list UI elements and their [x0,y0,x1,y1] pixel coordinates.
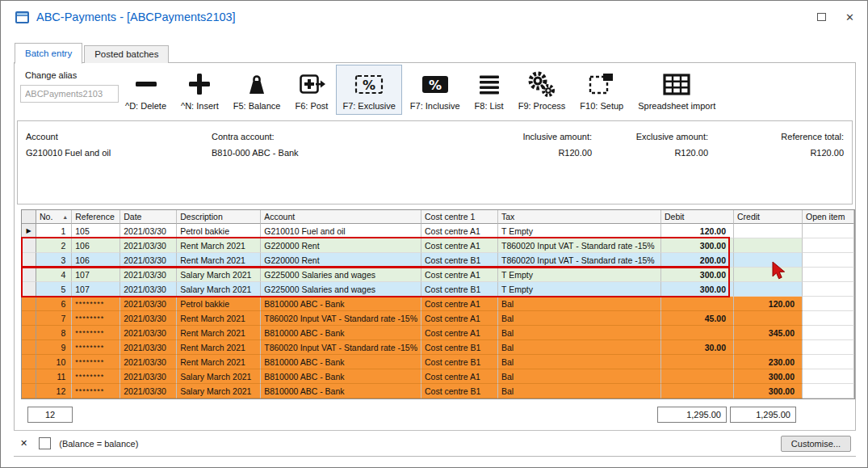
cell-date[interactable]: 2021/03/30 [120,268,177,282]
cell-credit[interactable]: 345.00 [734,326,803,340]
cell-reference[interactable]: ******** [72,355,120,369]
cell-open-item[interactable] [803,268,854,282]
cell-credit[interactable] [734,224,803,238]
cell-reference[interactable]: 106 [72,253,120,268]
cell-open-item[interactable] [803,340,854,355]
cell-debit[interactable] [661,297,734,311]
cell-debit[interactable]: 300.00 [661,268,734,282]
cell-account[interactable]: G220000 Rent [261,253,421,268]
cell-open-item[interactable] [803,297,854,311]
cell-description[interactable]: Rent March 2021 [177,311,261,326]
process-button[interactable]: F9: Process [512,65,572,115]
cell-date[interactable]: 2021/03/30 [120,224,177,238]
cell-credit[interactable]: 230.00 [734,355,803,369]
cell-open-item[interactable] [803,326,854,340]
cell-tax[interactable]: Bal [498,355,661,369]
cell-debit[interactable]: 120.00 [661,224,734,238]
cell-account[interactable]: G210010 Fuel and oil [261,224,421,238]
row-marker-cell[interactable] [22,326,36,340]
current-row-marker[interactable]: ▶ [22,224,36,238]
col-header-reference[interactable]: Reference [72,210,120,224]
cell-account[interactable]: T860020 Input VAT - Standard rate -15% [261,340,421,355]
col-header-no[interactable]: No.▲ [36,210,72,224]
row-marker-cell[interactable] [22,297,36,311]
cell-date[interactable]: 2021/03/30 [120,355,177,369]
cell-reference[interactable]: ******** [72,311,120,326]
cell-debit[interactable] [661,384,734,398]
cell-description[interactable]: Salary March 2021 [177,268,261,282]
cell-date[interactable]: 2021/03/30 [120,340,177,355]
cell-debit[interactable]: 30.00 [661,340,734,355]
cell-no[interactable]: 6 [36,297,72,311]
cell-debit[interactable]: 200.00 [661,253,734,268]
cell-account[interactable]: B810000 ABC - Bank [261,297,421,311]
row-marker-cell[interactable] [22,340,36,355]
cell-open-item[interactable] [803,238,854,253]
cell-no[interactable]: 12 [36,384,72,398]
cell-account[interactable]: G225000 Salaries and wages [261,268,421,282]
cell-reference[interactable]: ******** [72,326,120,340]
col-header-account[interactable]: Account [261,210,421,224]
col-header-cost-centre[interactable]: Cost centre 1 [421,210,498,224]
cell-no[interactable]: 1 [36,224,72,238]
cell-date[interactable]: 2021/03/30 [120,369,177,384]
close-icon[interactable]: ✕ [845,12,854,23]
row-marker-cell[interactable] [22,355,36,369]
cell-tax[interactable]: T860020 Input VAT - Standard rate -15% [498,238,661,253]
cell-cost-centre[interactable]: Cost centre B1 [421,355,498,369]
cell-description[interactable]: Salary March 2021 [177,369,261,384]
cell-cost-centre[interactable]: Cost centre B1 [421,253,498,268]
cell-credit[interactable] [734,268,803,282]
cell-description[interactable]: Rent March 2021 [177,253,261,268]
cell-debit[interactable]: 45.00 [661,311,734,326]
spreadsheet-import-button[interactable]: Spreadsheet import [631,65,722,115]
cell-tax[interactable]: Bal [498,340,661,355]
cell-cost-centre[interactable]: Cost centre A1 [421,238,498,253]
delete-button[interactable]: ^D: Delete [119,65,173,115]
cell-date[interactable]: 2021/03/30 [120,282,177,297]
cell-description[interactable]: Salary March 2021 [177,282,261,297]
cell-account[interactable]: G225000 Salaries and wages [261,282,421,297]
tab-posted-batches[interactable]: Posted batches [84,45,169,63]
tab-batch-entry[interactable]: Batch entry [15,43,82,64]
cell-description[interactable]: Rent March 2021 [177,238,261,253]
cell-no[interactable]: 5 [36,282,72,297]
cell-cost-centre[interactable]: Cost centre B1 [421,282,498,297]
cell-tax[interactable]: T Empty [498,282,661,297]
col-header-description[interactable]: Description [177,210,261,224]
cell-open-item[interactable] [803,355,854,369]
cell-account[interactable]: T860020 Input VAT - Standard rate -15% [261,311,421,326]
cell-account[interactable]: B810000 ABC - Bank [261,355,421,369]
cell-credit[interactable]: 300.00 [734,369,803,384]
cell-reference[interactable]: ******** [72,340,120,355]
cell-reference[interactable]: 107 [72,268,120,282]
balance-checkbox[interactable] [39,437,51,449]
setup-button[interactable]: F10: Setup [573,65,630,115]
cell-credit[interactable] [734,238,803,253]
cell-debit[interactable] [661,369,734,384]
cell-tax[interactable]: T Empty [498,268,661,282]
row-marker-cell[interactable] [22,384,36,398]
col-header-debit[interactable]: Debit [661,210,734,224]
balance-button[interactable]: F5: Balance [227,65,287,115]
cell-cost-centre[interactable]: Cost centre A1 [421,369,498,384]
cell-open-item[interactable] [803,311,854,326]
row-marker-cell[interactable] [22,311,36,326]
cell-no[interactable]: 3 [36,253,72,268]
cell-cost-centre[interactable]: Cost centre A1 [421,311,498,326]
cell-cost-centre[interactable]: Cost centre A1 [421,224,498,238]
cell-credit[interactable] [734,282,803,297]
customise-button[interactable]: Customise... [781,436,851,452]
post-button[interactable]: F6: Post [288,65,334,115]
cell-reference[interactable]: 105 [72,224,120,238]
cell-account[interactable]: B810000 ABC - Bank [261,326,421,340]
cell-reference[interactable]: 107 [72,282,120,297]
cell-debit[interactable] [661,326,734,340]
restore-icon[interactable] [817,13,826,21]
col-header-open-item[interactable]: Open item [803,210,854,224]
clear-icon[interactable]: ✕ [20,438,27,449]
cell-date[interactable]: 2021/03/30 [120,253,177,268]
cell-open-item[interactable] [803,224,854,238]
cell-debit[interactable]: 300.00 [661,282,734,297]
cell-credit[interactable] [734,311,803,326]
